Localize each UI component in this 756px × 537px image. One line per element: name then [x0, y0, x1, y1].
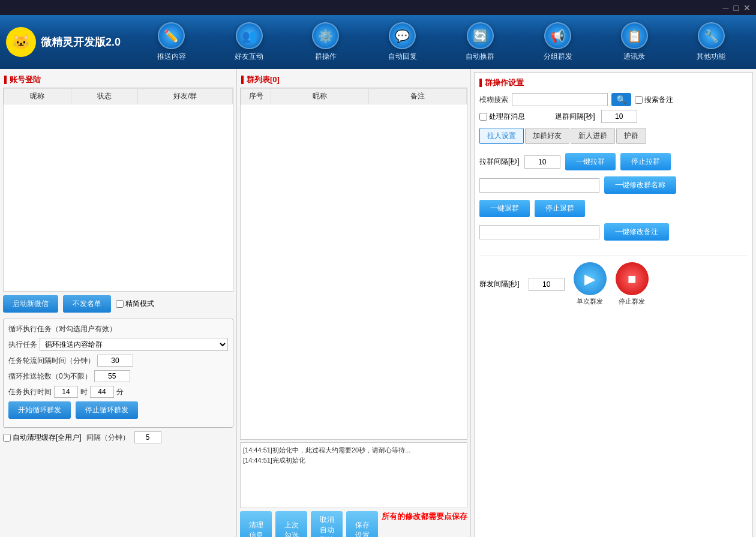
loop-input[interactable]: 55 [94, 370, 130, 382]
stop-cycle-button[interactable]: 停止循环群发 [76, 401, 138, 419]
pull-all-button[interactable]: 一键拉群 [565, 153, 616, 170]
clean-interval-input[interactable]: 5 [134, 431, 161, 443]
auto-clean-row: 自动清理缓存[全用户] 间隔（分钟） 5 [3, 431, 233, 443]
nav-friend-icon: 👥 [236, 22, 263, 49]
nav-auto-reply[interactable]: 💬 自动回复 [379, 19, 426, 65]
nav-auto-switch-label: 自动换群 [466, 52, 494, 62]
left-panel: 账号登陆 昵称 状态 好友/群 启动新微信 不发名单 精简模式 [0, 69, 237, 537]
nav-contacts[interactable]: 📋 通讯录 [612, 19, 657, 65]
nav-push-icon: ✏️ [158, 22, 185, 49]
nav-contacts-icon: 📋 [621, 22, 648, 49]
stop-send-wrapper: ■ 停止群发 [616, 262, 649, 306]
quit-all-button[interactable]: 一键退群 [479, 200, 530, 217]
main-container: 账号登陆 昵称 状态 好友/群 启动新微信 不发名单 精简模式 [0, 69, 756, 537]
nav-other-label: 其他功能 [697, 52, 725, 62]
nav-auto-reply-icon: 💬 [389, 22, 416, 49]
search-button[interactable]: 🔍 [611, 93, 631, 106]
modify-name-row: 一键修改群名称 [479, 176, 748, 194]
hour-label: 时 [80, 387, 88, 397]
pull-interval-row: 拉群间隔[秒] 10 一键拉群 停止拉群 [479, 153, 748, 170]
modify-name-button[interactable]: 一键修改群名称 [604, 176, 676, 194]
modify-note-row: 一键修改备注 [479, 223, 748, 241]
interval-input[interactable]: 30 [97, 355, 133, 367]
nav-group-send-icon: 📢 [544, 22, 571, 49]
save-settings-button[interactable]: 保存设置 [346, 511, 378, 537]
maximize-button[interactable]: □ [731, 3, 741, 13]
group-send-area: 群发间隔[秒] 10 ▶ 单次群发 ■ 停止群发 [479, 256, 748, 312]
col-friends: 好友/群 [138, 89, 233, 104]
send-interval-input[interactable]: 10 [529, 278, 565, 291]
status-text: 所有的修改都需要点保存 [382, 511, 467, 537]
search-label: 模糊搜索 [479, 95, 508, 105]
simple-mode-label[interactable]: 精简模式 [116, 299, 154, 309]
log-line: [14:44:51]完成初始化 [243, 455, 464, 466]
nav-push[interactable]: ✏️ 推送内容 [148, 19, 195, 65]
nav-other[interactable]: 🔧 其他功能 [688, 19, 734, 65]
col-note: 备注 [369, 89, 467, 104]
stop-send-button[interactable]: ■ [616, 262, 649, 295]
tabs: 拉人设置 加群好友 新人进群 护群 [479, 128, 748, 144]
col-status: 状态 [71, 89, 138, 104]
nav-friend-label: 好友互动 [235, 52, 263, 62]
last-select-button[interactable]: 上次勾选 [275, 511, 307, 537]
clean-interval-label: 间隔（分钟） [86, 433, 130, 443]
nav-group-send[interactable]: 📢 分组群发 [535, 19, 581, 65]
minute-input[interactable]: 44 [90, 386, 114, 398]
app-title: 微精灵开发版2.0 [41, 35, 121, 49]
pull-interval-input[interactable]: 10 [524, 155, 560, 169]
app-logo: 🐱 微精灵开发版2.0 [6, 27, 121, 57]
task-label: 执行任务 [8, 340, 37, 350]
search-row: 模糊搜索 🔍 搜索备注 [479, 93, 748, 106]
search-note-label[interactable]: 搜索备注 [635, 95, 673, 105]
quit-interval-input[interactable]: 10 [601, 110, 637, 123]
single-send-wrapper: ▶ 单次群发 [574, 262, 607, 306]
modify-note-button[interactable]: 一键修改备注 [604, 223, 669, 241]
simple-mode-checkbox[interactable] [116, 300, 124, 308]
minute-label: 分 [116, 387, 124, 397]
no-list-button[interactable]: 不发名单 [63, 295, 111, 313]
note-input[interactable] [479, 225, 599, 239]
tab-add-friend[interactable]: 加群好友 [525, 128, 569, 144]
process-msg-checkbox[interactable] [479, 113, 487, 121]
process-msg-label[interactable]: 处理群消息 [479, 112, 525, 122]
single-send-button[interactable]: ▶ [574, 262, 607, 295]
send-interval-label: 群发间隔[秒] [479, 279, 520, 289]
nav-push-label: 推送内容 [157, 52, 186, 62]
tab-pull[interactable]: 拉人设置 [479, 128, 524, 144]
time-label: 任务执行时间 [8, 387, 52, 397]
cycle-box: 循环执行任务（对勾选用户有效） 执行任务 循环推送内容给群 循环推送内容给好友 … [3, 319, 233, 428]
close-button[interactable]: ─ [721, 3, 731, 13]
stop-pull-button[interactable]: 停止拉群 [620, 153, 671, 170]
pull-interval-label: 拉群间隔[秒] [479, 157, 520, 167]
search-input[interactable] [512, 93, 608, 106]
nav-auto-switch[interactable]: 🔄 自动换群 [457, 19, 503, 65]
col-seq: 序号 [241, 89, 271, 104]
group-list-title: 群列表[0] [240, 72, 467, 88]
nav-other-icon: 🔧 [698, 22, 725, 49]
nav-friend[interactable]: 👥 好友互动 [226, 19, 272, 65]
search-note-checkbox[interactable] [635, 96, 643, 104]
task-select[interactable]: 循环推送内容给群 循环推送内容给好友 循环推送名片给群 [40, 338, 228, 351]
tab-new-member[interactable]: 新人进群 [571, 128, 615, 144]
group-name-input[interactable] [479, 178, 599, 193]
process-row: 处理群消息 退群间隔[秒] 10 [479, 110, 748, 123]
stop-quit-button[interactable]: 停止退群 [535, 200, 585, 217]
nav-group-send-label: 分组群发 [544, 52, 572, 62]
start-wechat-button[interactable]: 启动新微信 [3, 295, 58, 313]
close-window-button[interactable]: ✕ [741, 3, 753, 13]
start-cycle-button[interactable]: 开始循环群发 [8, 401, 71, 419]
header: 🐱 微精灵开发版2.0 ✏️ 推送内容 👥 好友互动 ⚙️ 群操作 💬 自动回复… [0, 15, 756, 69]
nav-group-op[interactable]: ⚙️ 群操作 [303, 19, 348, 65]
nav-group-op-label: 群操作 [315, 52, 337, 62]
hour-input[interactable]: 14 [54, 386, 78, 398]
nav-auto-switch-icon: 🔄 [467, 22, 494, 49]
cancel-auto-login-button[interactable]: 取消自动登陆 [311, 511, 343, 537]
tab-protect[interactable]: 护群 [616, 128, 646, 144]
logo-icon: 🐱 [6, 27, 36, 57]
single-send-label: 单次群发 [577, 297, 603, 306]
settings-title: 群操作设置 [479, 77, 748, 88]
clear-info-button[interactable]: 清理信息 [240, 511, 272, 537]
auto-clean-checkbox[interactable] [3, 434, 11, 442]
auto-clean-label[interactable]: 自动清理缓存[全用户] [3, 433, 82, 443]
group-table: 序号 昵称 备注 [240, 88, 467, 440]
